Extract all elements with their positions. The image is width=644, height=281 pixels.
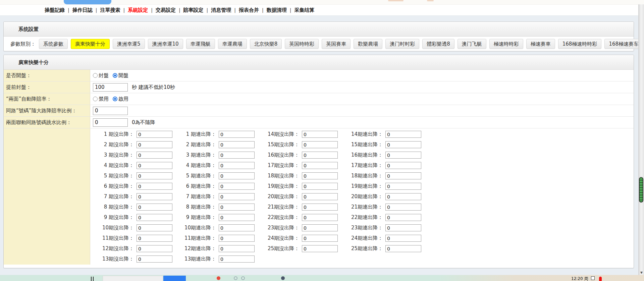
period-input-2-3[interactable]: [219, 152, 255, 159]
nav-item-3[interactable]: 注單搜索: [100, 7, 120, 13]
radio-option-1-2[interactable]: [113, 73, 117, 78]
category-button-17[interactable]: 168極速賽车: [604, 39, 643, 49]
period-input-4-10[interactable]: [385, 224, 421, 231]
form-input-2[interactable]: [93, 83, 128, 92]
taskbar-circle-icon[interactable]: [234, 276, 237, 280]
category-row: 參數類別： 系统參數廣東快樂十分澳洲幸運5澳洲幸運10幸運飛艇幸運農場北京快樂8…: [4, 37, 634, 51]
period-input-3-3[interactable]: [302, 152, 338, 159]
nav-item-6[interactable]: 賠率設定: [183, 7, 204, 13]
period-input-3-1[interactable]: [302, 131, 338, 138]
scrollbar-thumb[interactable]: [639, 177, 643, 203]
category-button-11[interactable]: 澳门时时彩: [385, 39, 419, 49]
radio-option-1-1[interactable]: [93, 73, 98, 78]
taskbar-circle-icon[interactable]: [241, 276, 245, 280]
period-input-4-9[interactable]: [385, 214, 421, 221]
period-input-4-1[interactable]: [385, 131, 421, 138]
period-input-4-12[interactable]: [385, 245, 421, 252]
period-input-3-5[interactable]: [302, 172, 338, 179]
category-button-6[interactable]: 幸運農場: [218, 39, 247, 49]
taskbar-clock[interactable]: 12:20 周: [571, 276, 588, 281]
category-button-13[interactable]: 澳门飞艇: [458, 39, 486, 49]
nav-item-10[interactable]: 采集结算: [294, 7, 314, 13]
taskbar: 12:20 周: [0, 275, 644, 281]
nav-item-9[interactable]: 数据清理: [267, 7, 287, 13]
category-button-4[interactable]: 澳洲幸運10: [148, 39, 183, 49]
period-input-4-11[interactable]: [385, 235, 421, 242]
period-input-2-9[interactable]: [219, 214, 255, 221]
category-button-14[interactable]: 極速時時彩: [489, 39, 523, 49]
nav-item-8[interactable]: 报表合并: [239, 7, 259, 13]
scroll-down-icon[interactable]: ▼: [639, 271, 644, 275]
period-input-4-6[interactable]: [385, 183, 421, 190]
period-input-3-7[interactable]: [302, 193, 338, 200]
period-input-2-8[interactable]: [219, 204, 255, 211]
period-input-2-7[interactable]: [219, 193, 255, 200]
period-input-1-7[interactable]: [137, 193, 172, 200]
period-input-4-3[interactable]: [385, 152, 421, 159]
category-button-10[interactable]: 歡樂農場: [354, 39, 382, 49]
taskbar-window-item[interactable]: [103, 276, 163, 281]
period-input-3-2[interactable]: [302, 141, 338, 148]
period-input-2-5[interactable]: [219, 172, 255, 179]
period-input-1-11[interactable]: [137, 235, 172, 242]
period-input-2-1[interactable]: [219, 131, 255, 138]
period-input-3-8[interactable]: [302, 204, 338, 211]
period-input-1-12[interactable]: [137, 245, 172, 252]
period-input-2-6[interactable]: [219, 183, 255, 190]
category-button-15[interactable]: 極速賽車: [526, 39, 555, 49]
period-input-1-6[interactable]: [137, 183, 172, 190]
period-input-1-1[interactable]: [137, 131, 172, 138]
category-button-16[interactable]: 168極速時時彩: [558, 39, 602, 49]
category-button-8[interactable]: 英国時時彩: [285, 39, 319, 49]
period-input-1-10[interactable]: [137, 224, 172, 231]
period-input-2-11[interactable]: [219, 235, 255, 242]
period-input-3-12[interactable]: [302, 245, 338, 252]
period-input-2-12[interactable]: [219, 245, 255, 252]
period-input-3-6[interactable]: [302, 183, 338, 190]
nav-item-1[interactable]: 操盤記錄: [45, 7, 65, 13]
category-button-5[interactable]: 幸運飛艇: [186, 39, 215, 49]
period-input-4-5[interactable]: [385, 172, 421, 179]
taskbar-active-window-item[interactable]: [163, 276, 186, 281]
calendar-icon[interactable]: [591, 276, 595, 280]
period-input-3-10[interactable]: [302, 224, 338, 231]
category-button-7[interactable]: 北京快樂8: [250, 39, 282, 49]
period-input-2-10[interactable]: [219, 224, 255, 231]
period-input-3-9[interactable]: [302, 214, 338, 221]
category-button-9[interactable]: 英国賽車: [322, 39, 351, 49]
nav-item-2[interactable]: 操作日誌: [72, 7, 93, 13]
period-input-4-8[interactable]: [385, 204, 421, 211]
period-input-1-13[interactable]: [137, 256, 172, 263]
nav-item-5[interactable]: 交易設定: [156, 7, 176, 13]
period-input-4-2[interactable]: [385, 141, 421, 148]
period-input-1-4[interactable]: [137, 162, 172, 169]
period-input-3-11[interactable]: [302, 235, 338, 242]
period-row: 2 期連出降：: [172, 139, 255, 150]
category-button-1[interactable]: 系统參數: [39, 39, 68, 49]
period-input-4-4[interactable]: [385, 162, 421, 169]
browser-tab[interactable]: [64, 0, 111, 4]
period-input-1-5[interactable]: [137, 172, 172, 179]
radio-option-3-1[interactable]: [93, 97, 98, 101]
radio-option-3-2[interactable]: [113, 97, 117, 101]
nav-separator: |: [207, 7, 208, 13]
period-input-1-3[interactable]: [137, 152, 172, 159]
taskbar-dark-icon[interactable]: [281, 276, 285, 280]
period-input-2-13[interactable]: [219, 256, 255, 263]
period-input-1-8[interactable]: [137, 204, 172, 211]
period-input-3-4[interactable]: [302, 162, 338, 169]
taskbar-record-icon[interactable]: [217, 276, 220, 280]
period-input-1-2[interactable]: [137, 141, 172, 148]
category-button-3[interactable]: 澳洲幸運5: [113, 39, 145, 49]
scrollbar-track[interactable]: ▼: [638, 4, 644, 275]
period-input-4-7[interactable]: [385, 193, 421, 200]
period-input-2-4[interactable]: [219, 162, 255, 169]
form-input-4[interactable]: [93, 107, 128, 115]
period-input-2-2[interactable]: [219, 141, 255, 148]
nav-item-7[interactable]: 消息管理: [211, 7, 231, 13]
nav-item-4[interactable]: 系統設定: [128, 7, 148, 13]
period-input-1-9[interactable]: [137, 214, 172, 221]
form-input-5[interactable]: [93, 118, 128, 127]
category-button-12[interactable]: 體彩樂透8: [422, 39, 454, 49]
category-button-2[interactable]: 廣東快樂十分: [71, 39, 110, 49]
